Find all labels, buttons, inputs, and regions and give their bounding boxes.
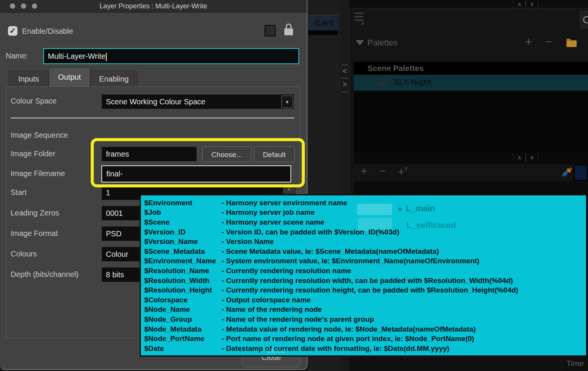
- tooltip-description: - Name of the rendering node: [222, 305, 322, 314]
- palette-row-selected[interactable]: ✓ SLY-Night: [354, 75, 588, 91]
- scroll-down-icon[interactable]: ∨: [526, 0, 538, 8]
- tooltip-description: - Harmony server job name: [222, 208, 315, 217]
- add-palette-icon[interactable]: +: [525, 36, 532, 47]
- filename-variables-tooltip: L_main L_selftraced Close $Environment- …: [140, 194, 587, 357]
- tooltip-description: - Version Name: [222, 237, 274, 246]
- tooltip-line: $Node_Group- Name of the rendering node'…: [144, 314, 585, 324]
- tooltip-description: - Currently rendering resolution width, …: [222, 277, 513, 285]
- divider-handle-bar: [341, 64, 348, 66]
- tooltip-line: $Node_Name- Name of the rendering node: [144, 305, 585, 315]
- remove-colour-icon[interactable]: −: [380, 165, 386, 178]
- scroll-up-icon[interactable]: ∧: [513, 153, 526, 162]
- panel-menu-icon[interactable]: [355, 19, 363, 21]
- tooltip-lines: $Environment- Harmony server environment…: [144, 198, 585, 354]
- collapse-left-icon[interactable]: <: [341, 67, 348, 75]
- expand-right-icon[interactable]: >: [341, 80, 348, 89]
- tooltip-description: - Metadata value of rendering node, ie: …: [222, 325, 476, 333]
- start-value: 1: [106, 189, 110, 197]
- image-format-value: PSD: [106, 230, 121, 238]
- image-sequence-label: Image Sequence: [11, 131, 68, 140]
- image-folder-label: Image Folder: [11, 149, 55, 158]
- tab-enabling[interactable]: Enabling: [90, 71, 137, 87]
- scroll-up-icon[interactable]: ∧: [513, 0, 526, 8]
- panel-tab-partial[interactable]: C: [580, 11, 588, 28]
- dialog-title: Layer Properties : Multi-Layer-Write: [0, 2, 307, 10]
- tooltip-description: - Name of the rendering node's parent gr…: [222, 315, 374, 324]
- tooltip-description: - System environment value, ie: $Environ…: [222, 257, 479, 265]
- add-colour-icon[interactable]: +: [361, 165, 367, 178]
- tooltip-variable: $Version_ID: [144, 228, 222, 236]
- tooltip-line: $Environment- Harmony server environment…: [144, 198, 585, 208]
- palette-check-icon: ✓: [378, 78, 386, 86]
- texture-t-icon: T: [405, 167, 408, 173]
- name-value: Multi-Layer-Write: [48, 52, 106, 60]
- tooltip-variable: $Node_PortName: [144, 335, 222, 343]
- section-separator: [11, 118, 294, 118]
- colour-space-value: Scene Working Colour Space: [106, 97, 205, 106]
- image-filename-label: Image Filename: [11, 169, 65, 178]
- tab-output[interactable]: Output: [49, 68, 90, 87]
- tooltip-variable: $Environment_Name: [144, 257, 222, 265]
- tooltip-line: $Version_Name- Version Name: [144, 237, 585, 247]
- depth-label: Depth (bits/channel): [11, 270, 79, 279]
- tooltip-description: - Version ID, can be padded with $Versio…: [222, 228, 399, 236]
- tooltip-description: - Harmony server environment name: [222, 199, 347, 207]
- enable-disable-checkbox[interactable]: ✓: [8, 26, 17, 36]
- tooltip-variable: $Node_Group: [144, 315, 222, 324]
- tooltip-variable: $Job: [144, 208, 222, 217]
- colours-value: Colour: [106, 250, 128, 258]
- colours-label: Colours: [11, 250, 37, 258]
- swatch-pager: ∧ ∨: [513, 153, 538, 162]
- tab-timeline-partial[interactable]: Time: [566, 359, 584, 368]
- layer-colour-swatch[interactable]: [265, 25, 276, 36]
- tooltip-variable: $Resolution_Height: [144, 286, 222, 294]
- scroll-down-icon[interactable]: ∨: [526, 153, 538, 162]
- panel-menu-icon[interactable]: [355, 16, 363, 17]
- tooltip-line: $Colorspace- Output colorspace name: [144, 295, 585, 305]
- tooltip-description: - Output colorspace name: [222, 296, 311, 304]
- panel-menu-icon[interactable]: [355, 13, 363, 14]
- colour-space-label: Colour Space: [11, 97, 57, 105]
- tooltip-variable: $Scene_Metadata: [144, 247, 222, 256]
- dialog-titlebar[interactable]: Layer Properties : Multi-Layer-Write: [0, 0, 307, 13]
- tooltip-variable: $Scene: [144, 218, 222, 226]
- link-palette-folder-icon[interactable]: [566, 40, 577, 47]
- tooltip-variable: $Resolution_Width: [144, 277, 222, 285]
- bottom-panel-bar: [349, 357, 588, 371]
- paintbrush-icon[interactable]: [561, 167, 573, 177]
- leading-zeros-label: Leading Zeros: [11, 209, 59, 217]
- name-input[interactable]: Multi-Layer-Write: [43, 48, 299, 64]
- name-label: Name:: [6, 52, 28, 60]
- tooltip-variable: $Date: [144, 344, 222, 353]
- leading-zeros-value: 0001: [106, 209, 123, 217]
- current-colour-swatch[interactable]: [574, 164, 588, 181]
- tab-card-partial[interactable]: -Card: [308, 15, 338, 30]
- lock-icon[interactable]: [284, 28, 293, 35]
- swatch-list-top: [354, 181, 588, 194]
- tooltip-variable: $Resolution_Name: [144, 267, 222, 275]
- colour-space-select[interactable]: Scene Working Colour Space: [101, 94, 294, 109]
- add-texture-icon[interactable]: +T: [398, 165, 408, 178]
- scene-palettes-header: Scene Palettes: [354, 62, 588, 75]
- palettes-collapse-icon[interactable]: [356, 40, 364, 45]
- tooltip-line: $Job- Harmony server job name: [144, 208, 585, 218]
- tooltip-line: $Node_Metadata- Metadata value of render…: [144, 324, 585, 334]
- divider-handle-bar: [341, 91, 348, 93]
- start-label: Start: [11, 188, 27, 197]
- tooltip-variable: $Environment: [144, 199, 222, 207]
- tooltip-description: - Currently rendering resolution height,…: [222, 286, 518, 294]
- tooltip-line: $Scene- Harmony server scene name: [144, 217, 585, 227]
- tab-inputs[interactable]: Inputs: [9, 71, 49, 87]
- panel-menu-corner-icon: [361, 21, 364, 25]
- tooltip-line: $Date- Datestamp of current date with fo…: [144, 344, 585, 354]
- tooltip-variable: $Node_Metadata: [144, 325, 222, 333]
- remove-palette-icon[interactable]: −: [545, 36, 552, 47]
- tooltip-description: - Datestamp of current date with formatt…: [222, 344, 449, 353]
- lock-icon[interactable]: [286, 24, 292, 29]
- tooltip-variable: $Version_Name: [144, 237, 222, 246]
- dropdown-arrow-icon[interactable]: ▼: [281, 96, 293, 108]
- swatch-toolbar: [354, 164, 588, 181]
- tooltip-variable: $Node_Name: [144, 305, 222, 314]
- tooltip-line: $Resolution_Name- Currently rendering re…: [144, 266, 585, 276]
- depth-value: 8 bits: [106, 270, 124, 279]
